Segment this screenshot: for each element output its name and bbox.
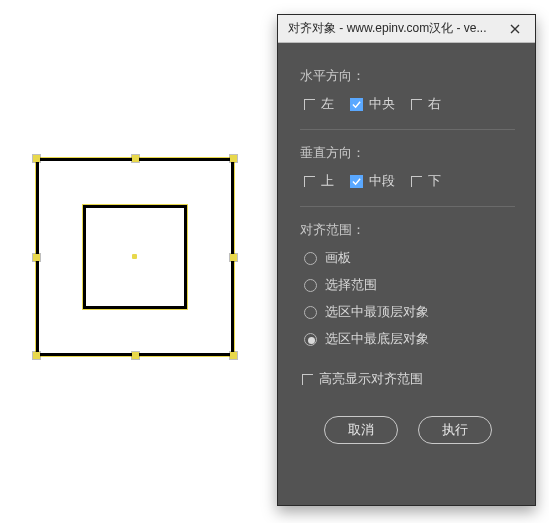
scope-option-label: 选择范围 — [325, 276, 377, 294]
align-middle-label: 中段 — [369, 172, 395, 190]
align-top-label: 上 — [321, 172, 334, 190]
scope-option-bottommost[interactable]: 选区中最底层对象 — [304, 330, 515, 348]
checkbox-outline-icon — [302, 374, 313, 385]
radio-icon — [304, 252, 317, 265]
scope-option-topmost[interactable]: 选区中最顶层对象 — [304, 303, 515, 321]
align-bottom-label: 下 — [428, 172, 441, 190]
selection-handle[interactable] — [230, 254, 237, 261]
checkbox-icon — [350, 175, 363, 188]
selection-handle[interactable] — [132, 155, 139, 162]
selection-center — [132, 254, 137, 259]
checkbox-icon — [350, 98, 363, 111]
cancel-button[interactable]: 取消 — [324, 416, 398, 444]
selection-handle[interactable] — [230, 352, 237, 359]
align-center-label: 中央 — [369, 95, 395, 113]
align-top-checkbox[interactable]: 上 — [304, 172, 334, 190]
scope-option-artboard[interactable]: 画板 — [304, 249, 515, 267]
vertical-options: 上 中段 下 — [300, 172, 515, 190]
selection-handle[interactable] — [230, 155, 237, 162]
scope-option-label: 选区中最底层对象 — [325, 330, 429, 348]
selection-handle[interactable] — [132, 352, 139, 359]
align-right-checkbox[interactable]: 右 — [411, 95, 441, 113]
highlight-row: 高亮显示对齐范围 — [300, 370, 515, 388]
align-dialog: 对齐对象 - www.epinv.com汉化 - ve... 水平方向： 左 中… — [277, 14, 536, 506]
highlight-label: 高亮显示对齐范围 — [319, 370, 423, 388]
align-bottom-checkbox[interactable]: 下 — [411, 172, 441, 190]
selection-handle[interactable] — [33, 155, 40, 162]
dialog-content: 水平方向： 左 中央 右 垂直方向： 上 — [278, 43, 535, 460]
scope-option-label: 选区中最顶层对象 — [325, 303, 429, 321]
checkbox-outline-icon — [411, 99, 422, 110]
align-left-checkbox[interactable]: 左 — [304, 95, 334, 113]
horizontal-label: 水平方向： — [300, 67, 515, 85]
close-icon[interactable] — [501, 21, 529, 37]
dialog-titlebar[interactable]: 对齐对象 - www.epinv.com汉化 - ve... — [278, 15, 535, 43]
align-center-checkbox[interactable]: 中央 — [350, 95, 395, 113]
scope-option-selection[interactable]: 选择范围 — [304, 276, 515, 294]
radio-icon — [304, 306, 317, 319]
checkbox-outline-icon — [304, 99, 315, 110]
vertical-label: 垂直方向： — [300, 144, 515, 162]
checkbox-outline-icon — [411, 176, 422, 187]
align-right-label: 右 — [428, 95, 441, 113]
highlight-checkbox[interactable]: 高亮显示对齐范围 — [302, 370, 423, 388]
divider — [300, 206, 515, 207]
horizontal-options: 左 中央 右 — [300, 95, 515, 113]
selection-handle[interactable] — [33, 352, 40, 359]
align-left-label: 左 — [321, 95, 334, 113]
checkbox-outline-icon — [304, 176, 315, 187]
dialog-buttons: 取消 执行 — [300, 416, 515, 444]
radio-icon — [304, 279, 317, 292]
scope-label: 对齐范围： — [300, 221, 515, 239]
apply-button[interactable]: 执行 — [418, 416, 492, 444]
scope-radiogroup: 画板 选择范围 选区中最顶层对象 选区中最底层对象 — [300, 249, 515, 348]
align-middle-checkbox[interactable]: 中段 — [350, 172, 395, 190]
radio-icon — [304, 333, 317, 346]
dialog-title: 对齐对象 - www.epinv.com汉化 - ve... — [288, 20, 501, 37]
canvas-selection — [28, 150, 243, 365]
selection-handle[interactable] — [33, 254, 40, 261]
divider — [300, 129, 515, 130]
scope-option-label: 画板 — [325, 249, 351, 267]
